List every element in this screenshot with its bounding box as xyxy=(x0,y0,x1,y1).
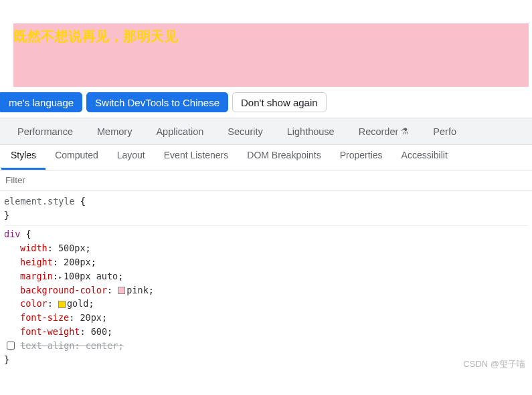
tab-properties[interactable]: Properties xyxy=(331,145,392,170)
tab-memory[interactable]: Memory xyxy=(85,118,144,144)
styles-filter-input[interactable] xyxy=(0,170,532,190)
css-prop-background-color[interactable]: background-color: pink; xyxy=(20,283,528,297)
dismiss-language-button[interactable]: Don't show again xyxy=(232,92,327,112)
css-prop-font-weight[interactable]: font-weight: 600; xyxy=(20,325,528,339)
css-prop-font-size[interactable]: font-size: 20px; xyxy=(20,311,528,325)
tab-performance-insights[interactable]: Perfo xyxy=(421,118,468,144)
switch-language-button[interactable]: Switch DevTools to Chinese xyxy=(86,92,228,112)
rendered-page: 既然不想说再见，那明天见 xyxy=(0,0,532,87)
rule-element-style[interactable]: element.style { } xyxy=(4,193,528,226)
tab-dom-breakpoints[interactable]: DOM Breakpoints xyxy=(238,145,330,170)
chrome-language-button[interactable]: me's language xyxy=(0,92,82,112)
tab-accessibility[interactable]: Accessibilit xyxy=(392,145,457,170)
styles-pane: element.style { } div { width: 500px; he… xyxy=(0,190,532,372)
tab-styles[interactable]: Styles xyxy=(1,145,46,170)
tab-event-listeners[interactable]: Event Listeners xyxy=(155,145,238,170)
expand-shorthand-icon[interactable]: ▸ xyxy=(58,272,62,283)
css-prop-color[interactable]: color: gold; xyxy=(20,297,528,311)
toggle-property-checkbox[interactable] xyxy=(7,342,15,350)
css-prop-text-align[interactable]: text-align: center; xyxy=(5,339,528,353)
css-prop-height[interactable]: height: 200px; xyxy=(20,255,528,269)
tab-performance[interactable]: Performance xyxy=(5,118,85,144)
tab-layout[interactable]: Layout xyxy=(108,145,155,170)
tab-security[interactable]: Security xyxy=(215,118,274,144)
css-properties: width: 500px; height: 200px; margin:▸100… xyxy=(4,241,528,353)
watermark: CSDN @玺子喵 xyxy=(463,358,525,371)
rule-div[interactable]: div { width: 500px; height: 200px; margi… xyxy=(4,226,528,370)
styles-filter-row xyxy=(0,170,532,190)
demo-box-text: 既然不想说再见，那明天见 xyxy=(13,29,178,43)
css-prop-margin[interactable]: margin:▸100px auto; xyxy=(20,269,528,283)
selector-text: div xyxy=(4,229,20,239)
color-swatch-icon[interactable] xyxy=(58,301,66,308)
devtools-main-tabs: Performance Memory Application Security … xyxy=(0,118,532,145)
css-prop-width[interactable]: width: 500px; xyxy=(20,241,528,255)
elements-sub-tabs: Styles Computed Layout Event Listeners D… xyxy=(0,145,532,170)
selector-text: element.style xyxy=(4,196,75,207)
tab-lighthouse[interactable]: Lighthouse xyxy=(275,118,347,144)
devtools-language-bar: me's language Switch DevTools to Chinese… xyxy=(0,87,532,118)
tab-recorder[interactable]: Recorder ⚗ xyxy=(347,118,422,144)
tab-application[interactable]: Application xyxy=(144,118,215,144)
tab-computed[interactable]: Computed xyxy=(46,145,108,170)
demo-box: 既然不想说再见，那明天见 xyxy=(13,23,529,87)
flask-icon: ⚗ xyxy=(401,126,409,136)
color-swatch-icon[interactable] xyxy=(118,287,125,294)
